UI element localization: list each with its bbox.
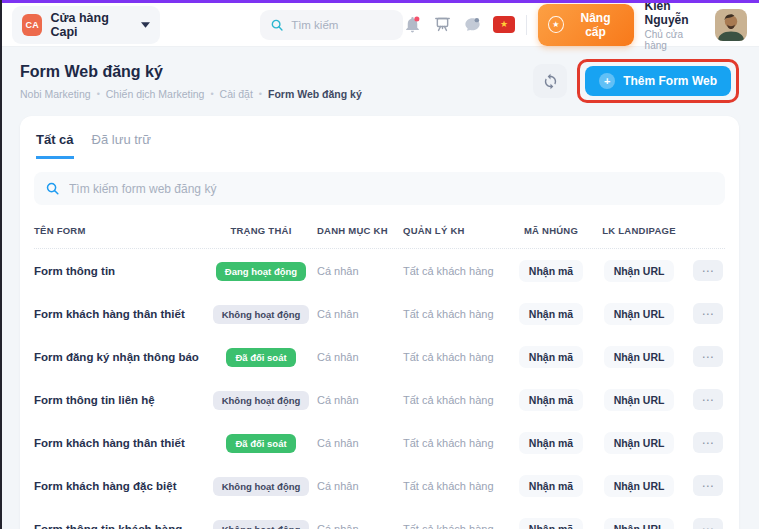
col-header-manager: QUẢN LÝ KH xyxy=(403,225,509,236)
table-row: Form thông tin Đang hoạt động Cá nhân Tấ… xyxy=(20,249,739,292)
table-row: Form đăng ký nhận thông báo Đã đối soát … xyxy=(20,335,739,378)
col-header-embed: MÃ NHÚNG xyxy=(515,225,587,236)
status-badge: Không hoạt động xyxy=(213,477,310,496)
table-row: Form thông tin liên hệ Không hoạt động C… xyxy=(20,378,739,421)
get-url-button[interactable]: Nhận URL xyxy=(604,389,675,411)
user-menu[interactable]: Kiên Nguyễn Chủ cửa hàng xyxy=(645,0,747,51)
refresh-icon xyxy=(542,73,559,90)
get-url-button[interactable]: Nhận URL xyxy=(604,346,675,368)
breadcrumb-separator: • xyxy=(210,89,213,99)
table-row: Form khách hàng thân thiết Đã đối soát C… xyxy=(20,421,739,464)
tab-all[interactable]: Tất cả xyxy=(36,132,74,159)
form-search-input[interactable] xyxy=(69,182,714,196)
global-search-input[interactable] xyxy=(291,19,393,31)
store-switcher[interactable]: CA Cửa hàng Capi xyxy=(12,6,160,44)
row-more-button[interactable]: ⋯ xyxy=(693,260,723,281)
category-cell: Cá nhân xyxy=(317,351,397,363)
row-more-button[interactable]: ⋯ xyxy=(693,389,723,410)
table-header: TÊN FORM TRẠNG THÁI DANH MỤC KH QUẢN LÝ … xyxy=(20,215,739,248)
breadcrumb: Nobi Marketing • Chiến dịch Marketing • … xyxy=(20,88,362,100)
notifications-bell-icon[interactable] xyxy=(403,15,422,34)
manager-cell: Tất cả khách hàng xyxy=(403,394,509,406)
get-url-button[interactable]: Nhận URL xyxy=(604,475,675,497)
manager-cell: Tất cả khách hàng xyxy=(403,437,509,449)
search-icon xyxy=(270,18,284,32)
col-header-landing: LK LANDIPAGE xyxy=(593,225,685,236)
category-cell: Cá nhân xyxy=(317,308,397,320)
page-title: Form Web đăng ký xyxy=(20,63,362,81)
table-row: Form khách hàng thân thiết Không hoạt độ… xyxy=(20,292,739,335)
get-embed-code-button[interactable]: Nhận mã xyxy=(519,346,583,368)
status-badge: Không hoạt động xyxy=(213,391,310,410)
user-avatar xyxy=(715,9,747,41)
star-icon: ★ xyxy=(548,16,563,33)
manager-cell: Tất cả khách hàng xyxy=(403,308,509,320)
manager-cell: Tất cả khách hàng xyxy=(403,265,509,277)
get-embed-code-button[interactable]: Nhận mã xyxy=(519,475,583,497)
refresh-button[interactable] xyxy=(533,64,567,98)
form-list-card: Tất cả Đã lưu trữ TÊN FORM TRẠNG THÁI DA… xyxy=(20,116,739,529)
form-name: Form thông tin liên hệ xyxy=(34,394,205,406)
col-header-category: DANH MỤC KH xyxy=(317,225,397,236)
plus-icon: + xyxy=(599,73,615,89)
window-left-border xyxy=(0,0,2,529)
status-badge: Đã đối soát xyxy=(226,434,295,453)
global-search[interactable] xyxy=(260,10,403,40)
get-embed-code-button[interactable]: Nhận mã xyxy=(519,260,583,282)
row-more-button[interactable]: ⋯ xyxy=(693,303,723,324)
status-badge: Đang hoạt động xyxy=(216,262,306,281)
breadcrumb-current: Form Web đăng ký xyxy=(268,88,362,100)
get-url-button[interactable]: Nhận URL xyxy=(604,518,675,529)
topbar-actions: ★ ★ Nâng cấp Kiên Nguyễn Chủ cửa hàng xyxy=(403,0,747,51)
breadcrumb-separator: • xyxy=(97,89,100,99)
tab-archived[interactable]: Đã lưu trữ xyxy=(92,132,151,159)
upgrade-button[interactable]: ★ Nâng cấp xyxy=(538,4,633,46)
row-more-button[interactable]: ⋯ xyxy=(693,346,723,367)
add-form-web-label: Thêm Form Web xyxy=(623,74,717,88)
category-cell: Cá nhân xyxy=(317,437,397,449)
status-badge: Không hoạt động xyxy=(213,305,310,324)
breadcrumb-item[interactable]: Nobi Marketing xyxy=(20,88,91,100)
get-embed-code-button[interactable]: Nhận mã xyxy=(519,518,583,529)
breadcrumb-item[interactable]: Chiến dịch Marketing xyxy=(106,88,205,100)
row-more-button[interactable]: ⋯ xyxy=(693,432,723,453)
language-flag-vn[interactable]: ★ xyxy=(493,16,516,33)
user-role: Chủ cửa hàng xyxy=(645,29,707,51)
get-url-button[interactable]: Nhận URL xyxy=(604,432,675,454)
col-header-name: TÊN FORM xyxy=(34,225,205,236)
presentation-board-icon[interactable] xyxy=(433,15,452,34)
page-header: Form Web đăng ký Nobi Marketing • Chiến … xyxy=(0,47,759,116)
manager-cell: Tất cả khách hàng xyxy=(403,480,509,492)
get-url-button[interactable]: Nhận URL xyxy=(604,260,675,282)
table-row: Form khách hàng đặc biệt Không hoạt động… xyxy=(20,464,739,507)
form-name: Form khách hàng thân thiết xyxy=(34,308,205,320)
search-icon xyxy=(45,181,60,196)
breadcrumb-separator: • xyxy=(259,89,262,99)
manager-cell: Tất cả khách hàng xyxy=(403,523,509,529)
topbar: CA Cửa hàng Capi ★ ★ Nâng cấp xyxy=(0,3,759,47)
get-embed-code-button[interactable]: Nhận mã xyxy=(519,432,583,454)
annotation-highlight: + Thêm Form Web xyxy=(577,59,739,103)
get-url-button[interactable]: Nhận URL xyxy=(604,303,675,325)
store-avatar: CA xyxy=(22,14,42,36)
chat-bubble-icon[interactable] xyxy=(463,15,482,34)
divider xyxy=(526,15,527,35)
form-name: Form khách hàng đặc biệt xyxy=(34,480,205,492)
tabs: Tất cả Đã lưu trữ xyxy=(20,116,739,159)
breadcrumb-item[interactable]: Cài đặt xyxy=(220,88,253,100)
category-cell: Cá nhân xyxy=(317,394,397,406)
window-top-border xyxy=(0,0,759,3)
add-form-web-button[interactable]: + Thêm Form Web xyxy=(585,66,731,96)
row-more-button[interactable]: ⋯ xyxy=(693,475,723,496)
user-name: Kiên Nguyễn xyxy=(645,0,707,27)
get-embed-code-button[interactable]: Nhận mã xyxy=(519,389,583,411)
category-cell: Cá nhân xyxy=(317,480,397,492)
row-more-button[interactable]: ⋯ xyxy=(693,518,723,529)
col-header-status: TRẠNG THÁI xyxy=(211,225,311,236)
get-embed-code-button[interactable]: Nhận mã xyxy=(519,303,583,325)
upgrade-label: Nâng cấp xyxy=(572,11,620,39)
form-search[interactable] xyxy=(34,172,725,205)
status-badge: Đã đối soát xyxy=(226,348,295,367)
form-name: Form khách hàng thân thiết xyxy=(34,437,205,449)
flag-star-icon: ★ xyxy=(500,20,508,29)
